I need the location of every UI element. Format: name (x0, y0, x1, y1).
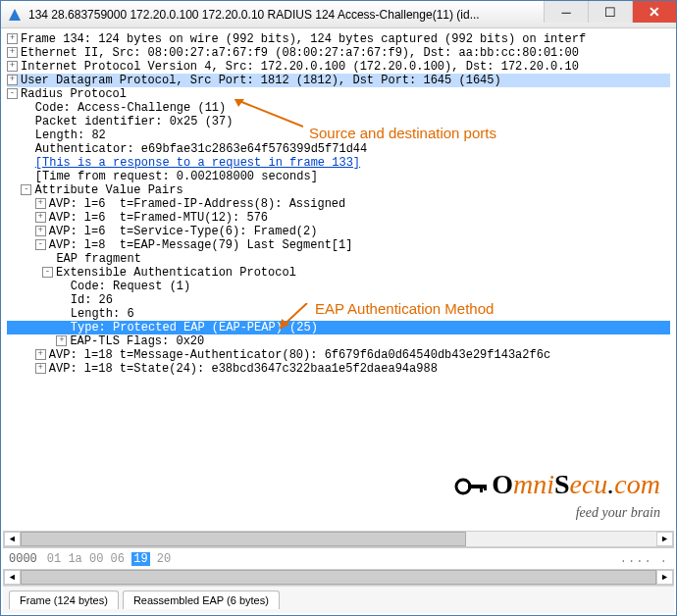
key-icon (454, 472, 488, 503)
close-button[interactable]: ✕ (632, 1, 676, 23)
avp-eap-message[interactable]: -AVP: l=8 t=EAP-Message(79) Last Segment… (7, 238, 670, 252)
hex-offset: 0000 (9, 552, 37, 566)
radius-code[interactable]: Code: Access-Challenge (11) (7, 101, 670, 115)
expand-icon[interactable]: + (35, 363, 46, 374)
avp-state[interactable]: +AVP: l=18 t=State(24): e38bcd3647c322ba… (7, 362, 670, 376)
collapse-icon[interactable]: - (35, 239, 46, 250)
annotation-arrow-eap (280, 303, 309, 333)
hex-selected-byte: 19 (131, 552, 149, 566)
window-title: 134 28.683759000 172.20.0.100 172.20.0.1… (28, 8, 544, 22)
watermark-logo: OmniSecu.com feed your brain (454, 469, 660, 521)
eap-tls-flags[interactable]: +EAP-TLS Flags: 0x20 (7, 334, 670, 348)
hex-ascii: .... . (620, 552, 668, 566)
hex-pane[interactable]: 0000 01 1a 00 06 19 20 .... . (3, 547, 674, 569)
ethernet-line[interactable]: +Ethernet II, Src: 08:00:27:a7:67:f9 (08… (7, 46, 670, 60)
annotation-ports: Source and destination ports (309, 125, 496, 141)
window-buttons: ─ ☐ ✕ (544, 1, 676, 27)
expand-icon[interactable]: + (7, 47, 18, 58)
avp-msg-auth[interactable]: +AVP: l=18 t=Message-Authenticator(80): … (7, 348, 670, 362)
annotation-eap-method: EAP Authentication Method (315, 300, 494, 317)
avp-service-type[interactable]: +AVP: l=6 t=Service-Type(6): Framed(2) (7, 225, 670, 238)
scroll-left-button[interactable]: ◄ (4, 570, 21, 585)
eap-protocol[interactable]: -Extensible Authentication Protocol (7, 266, 670, 280)
scroll-track[interactable] (21, 570, 656, 585)
tab-reassembled-eap[interactable]: Reassembled EAP (6 bytes) (123, 590, 280, 609)
svg-point-5 (456, 480, 470, 493)
expand-icon[interactable]: + (56, 335, 67, 346)
watermark-tagline: feed your brain (454, 505, 660, 521)
packet-details-window: 134 28.683759000 172.20.0.100 172.20.0.1… (0, 0, 677, 616)
frame-line[interactable]: +Frame 134: 124 bytes on wire (992 bits)… (7, 32, 670, 46)
tab-frame-bytes[interactable]: Frame (124 bytes) (9, 590, 119, 609)
tree-hscroll[interactable]: ◄ ► (3, 531, 674, 547)
avp-header[interactable]: -Attribute Value Pairs (7, 183, 670, 197)
eap-type-selected[interactable]: Type: Protected EAP (EAP-PEAP) (25) (7, 321, 670, 334)
bottom-tabs: Frame (124 bytes) Reassembled EAP (6 byt… (3, 586, 674, 613)
radius-response-link[interactable]: [This is a response to a request in fram… (7, 156, 670, 170)
scroll-thumb[interactable] (21, 532, 466, 546)
svg-rect-6 (468, 485, 486, 488)
scroll-right-button[interactable]: ► (656, 570, 673, 585)
minimize-button[interactable]: ─ (544, 1, 588, 23)
expand-icon[interactable]: + (35, 349, 46, 360)
svg-line-1 (234, 99, 303, 127)
collapse-icon[interactable]: - (7, 88, 18, 99)
udp-line[interactable]: +User Datagram Protocol, Src Port: 1812 … (7, 74, 670, 87)
eap-fragment[interactable]: EAP fragment (7, 252, 670, 266)
avp-framed-ip[interactable]: +AVP: l=6 t=Framed-IP-Address(8): Assign… (7, 197, 670, 211)
collapse-icon[interactable]: - (21, 184, 31, 195)
titlebar: 134 28.683759000 172.20.0.100 172.20.0.1… (1, 1, 676, 28)
scroll-right-button[interactable]: ► (656, 532, 673, 546)
radius-auth[interactable]: Authenticator: e69bfae31c2863e64f576399d… (7, 142, 670, 156)
hex-bytes: 01 1a 00 06 19 20 (47, 552, 171, 566)
expand-icon[interactable]: + (35, 226, 46, 236)
hex-hscroll[interactable]: ◄ ► (3, 569, 674, 586)
radius-time[interactable]: [Time from request: 0.002108000 seconds] (7, 170, 670, 183)
radius-line[interactable]: -Radius Protocol (7, 87, 670, 101)
maximize-button[interactable]: ☐ (588, 1, 632, 23)
avp-framed-mtu[interactable]: +AVP: l=6 t=Framed-MTU(12): 576 (7, 211, 670, 225)
packet-tree[interactable]: +Frame 134: 124 bytes on wire (992 bits)… (3, 28, 674, 376)
scroll-left-button[interactable]: ◄ (4, 532, 21, 546)
expand-icon[interactable]: + (35, 198, 46, 209)
annotation-arrow-ports (234, 99, 303, 128)
window-body: +Frame 134: 124 bytes on wire (992 bits)… (3, 28, 674, 613)
svg-rect-8 (484, 485, 487, 490)
ip-line[interactable]: +Internet Protocol Version 4, Src: 172.2… (7, 60, 670, 74)
eap-code[interactable]: Code: Request (1) (7, 280, 670, 293)
svg-rect-7 (480, 485, 483, 492)
expand-icon[interactable]: + (7, 75, 18, 85)
svg-marker-0 (9, 9, 21, 21)
scroll-track[interactable] (21, 532, 656, 546)
expand-icon[interactable]: + (7, 33, 18, 44)
cross-ref-link[interactable]: [This is a response to a request in fram… (35, 156, 360, 170)
app-icon (7, 7, 23, 23)
expand-icon[interactable]: + (7, 61, 18, 72)
collapse-icon[interactable]: - (42, 267, 53, 278)
expand-icon[interactable]: + (35, 212, 46, 223)
scroll-thumb[interactable] (21, 570, 656, 585)
